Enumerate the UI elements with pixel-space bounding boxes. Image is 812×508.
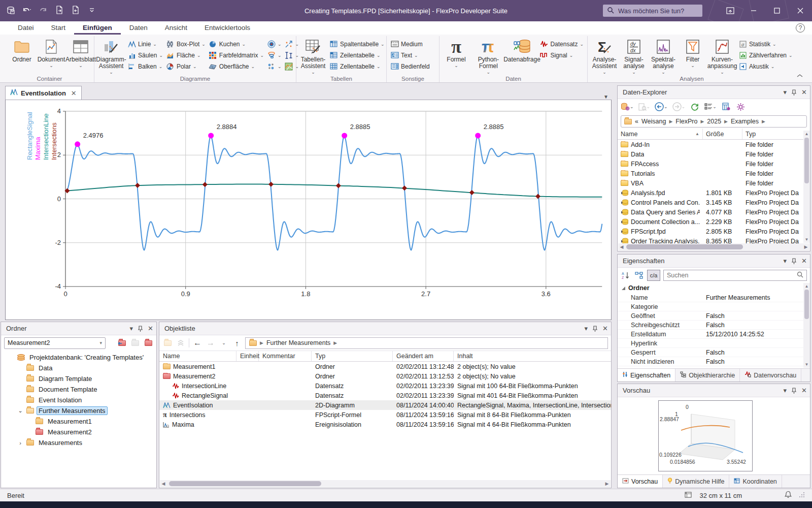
balken-button[interactable]: Balken⌄ — [126, 61, 164, 72]
property-row[interactable]: Geöffnet Falsch — [618, 311, 803, 321]
dokument-button[interactable]: Dokument ⌄ — [37, 37, 66, 68]
column-header[interactable]: Typ — [312, 351, 393, 361]
back-button[interactable]: ← — [192, 337, 202, 348]
pin-icon[interactable] — [593, 326, 597, 332]
pin-icon[interactable] — [792, 258, 796, 264]
file-row[interactable]: Analysis.fpd 1.801 KB FlexPro Project Da — [618, 188, 803, 198]
tell-me-search[interactable] — [603, 5, 702, 17]
file-row[interactable]: Data Query and Series A... 4.077 KB Flex… — [618, 207, 803, 217]
search-input[interactable] — [618, 7, 694, 15]
data-source-button[interactable]: ⌄ — [621, 101, 634, 112]
new-folder-button[interactable] — [143, 337, 153, 348]
signalanalyse-button[interactable]: dydx Signal-analyse ⌄ — [619, 37, 649, 75]
panel-menu-icon[interactable]: ▾ — [784, 257, 787, 265]
property-value[interactable]: Falsch — [706, 358, 803, 365]
breadcrumb-collapse[interactable]: « — [635, 118, 638, 125]
tab-ansicht[interactable]: Ansicht — [156, 21, 196, 35]
tab-list-dropdown-icon[interactable]: ▼ — [603, 94, 612, 100]
property-search-input[interactable] — [667, 272, 797, 279]
column-header[interactable]: Kommentar — [259, 351, 312, 361]
back-circle-button[interactable]: ⌄ — [655, 101, 668, 112]
folder-combobox[interactable]: Measurement2 ▾ — [4, 337, 106, 349]
check-out-icon[interactable] — [70, 4, 81, 16]
file-row[interactable]: VBA File folder — [618, 178, 803, 188]
file-row[interactable]: Control Panels and Con... 3.145 KB FlexP… — [618, 198, 803, 207]
signal-button[interactable]: Signal⌄ — [538, 50, 585, 60]
close-icon[interactable]: ✕ — [602, 325, 608, 332]
tab-datenvorschau[interactable]: Datenvorschau — [740, 369, 801, 382]
scroll-left-icon[interactable]: ◀ — [160, 481, 167, 486]
table-row[interactable]: π IntersectionLine Datensatz 02/02/2011 … — [159, 381, 611, 391]
explorer-breadcrumb[interactable]: « Weisang▶ FlexPro▶ 2025▶ Examples▶ — [621, 115, 807, 128]
formel-button[interactable]: π Formel ⌄ — [442, 37, 471, 68]
expander-icon[interactable]: ⌄ — [17, 407, 24, 414]
scroll-right-icon[interactable]: ▶ — [802, 244, 809, 249]
arbeitsblatt-button[interactable]: Arbeitsblatt ⌄ — [66, 37, 95, 68]
tornado-diagram-button[interactable]: ⌄ — [265, 50, 283, 60]
redo-button[interactable] — [38, 4, 49, 16]
pin-icon[interactable] — [138, 326, 143, 332]
show-values-toggle[interactable]: c/a — [647, 270, 660, 281]
property-group[interactable]: Ordner — [618, 283, 803, 293]
expander-icon[interactable]: › — [17, 440, 24, 446]
flaeche-button[interactable]: Fläche⌄ — [164, 50, 207, 60]
property-value[interactable]: Falsch — [706, 312, 803, 320]
expand-all-button[interactable] — [176, 337, 186, 348]
spektralanalyse-button[interactable]: Spektral-analyse ⌄ — [649, 37, 678, 75]
dot-plot-button[interactable]: ⌄ — [265, 61, 283, 72]
document-tab-eventisolation[interactable]: EventIsolation ✕ — [5, 86, 82, 100]
file-row[interactable]: Data File folder — [618, 149, 803, 159]
datenabfrage-button[interactable]: Datenabfrage — [506, 37, 538, 63]
zellentabelle-button[interactable]: Zellentabelle⌄ — [328, 61, 386, 72]
chart-document[interactable]: 00.91.82.73.6-4-2024RectangleSignalMaxim… — [5, 100, 612, 320]
property-value[interactable]: Falsch — [706, 322, 803, 329]
tree-item[interactable]: Document Template — [4, 384, 156, 395]
property-value[interactable]: 15/12/2010 14:25:52 — [706, 331, 803, 338]
breadcrumb-item[interactable]: Examples — [731, 118, 759, 125]
file-row[interactable]: Document Collection a... 2.229 KB FlexPr… — [618, 217, 803, 227]
property-row[interactable]: Name Further Measurements — [618, 293, 803, 302]
file-row[interactable]: FPAccess File folder — [618, 159, 803, 169]
oberflaeche-button[interactable]: Oberfläche⌄ — [207, 61, 265, 72]
index-settings-button[interactable] — [721, 101, 731, 112]
tree-item[interactable]: › Measurements — [4, 437, 156, 448]
scroll-right-icon[interactable]: ▶ — [603, 481, 611, 486]
file-row[interactable]: Tutorials File folder — [618, 169, 803, 178]
tree-item[interactable]: Measurement1 — [4, 416, 156, 427]
tree-item[interactable]: Diagram Template — [4, 373, 156, 384]
tree-item[interactable]: ⌄ Further Measurements — [4, 405, 156, 416]
property-value[interactable]: Further Measurements — [706, 294, 803, 301]
column-header[interactable]: Name▲ — [618, 129, 703, 139]
medium-button[interactable]: Medium — [389, 39, 431, 49]
tab-koordinaten[interactable]: Koordinaten — [729, 475, 782, 488]
property-value[interactable]: Falsch — [706, 349, 803, 356]
close-tab-icon[interactable]: ✕ — [69, 89, 77, 97]
property-row[interactable]: Hyperlink — [618, 339, 803, 348]
analyse-assistent-button[interactable]: Σ Analyse-Assistent ⌄ — [590, 37, 619, 75]
zeilentabelle-button[interactable]: Zeilentabelle⌄ — [328, 50, 386, 60]
property-row[interactable]: Schreibgeschützt Falsch — [618, 321, 803, 330]
page-setup-icon[interactable] — [684, 491, 692, 500]
search-document-button[interactable]: ⌄ — [638, 101, 651, 112]
property-row[interactable]: Kategorie — [618, 302, 803, 311]
scroll-left-icon[interactable]: ◀ — [618, 244, 625, 249]
tab-datei[interactable]: Datei — [9, 21, 43, 35]
vertical-scrollbar[interactable]: ▲ ▼ — [803, 131, 810, 243]
horizontal-scrollbar[interactable]: ◀ ▶ — [618, 243, 809, 250]
tab-dynamische-hilfe[interactable]: Dynamische Hilfe — [663, 475, 729, 488]
undo-button[interactable] — [21, 4, 32, 16]
collapse-ribbon-button[interactable] — [797, 72, 803, 79]
minimize-button[interactable] — [742, 0, 765, 21]
view-mode-button[interactable]: ⌄ — [704, 101, 717, 112]
column-header[interactable]: Einheit — [236, 351, 259, 361]
breadcrumb-item[interactable]: Weisang — [641, 118, 666, 125]
tree-item[interactable]: Measurement2 — [4, 427, 156, 437]
zaehlverfahren-button[interactable]: Zählverfahren⌄ — [737, 50, 794, 60]
close-button[interactable] — [789, 0, 812, 21]
next-folder-button[interactable] — [130, 337, 140, 348]
breadcrumb-item[interactable]: FlexPro — [675, 118, 697, 125]
customize-qat-button[interactable] — [86, 4, 97, 16]
save-icon[interactable] — [5, 4, 16, 16]
tabellen-assistent-button[interactable]: Tabellen-Assistent ⌄ — [298, 37, 328, 75]
categorize-button[interactable] — [634, 270, 644, 281]
